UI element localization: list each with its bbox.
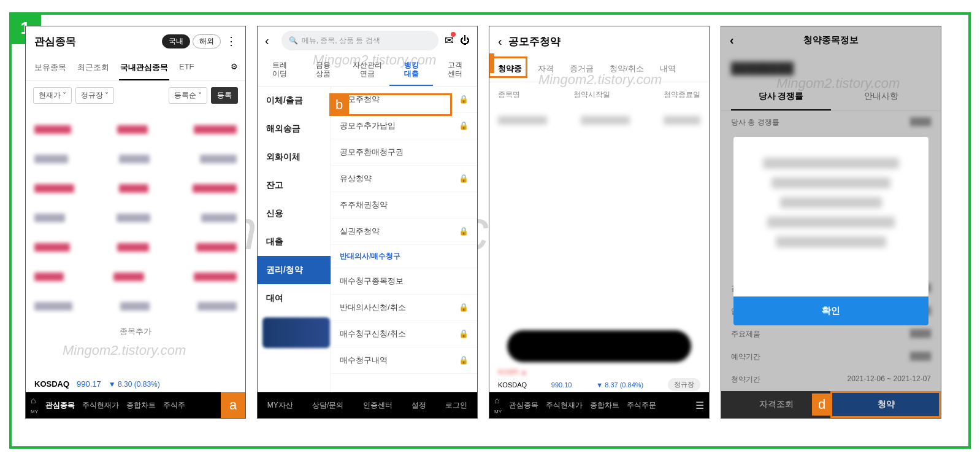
pill-overseas[interactable]: 해외 (193, 34, 221, 48)
cat-lending[interactable]: 대여 (258, 284, 331, 312)
pill-domestic[interactable]: 국내 (162, 34, 190, 48)
tab-cs[interactable]: 고객 센터 (433, 55, 477, 86)
filter-session[interactable]: 정규장 ˅ (75, 87, 114, 104)
col-start: 청약시작일 (573, 90, 610, 100)
tab-holdings[interactable]: 보유종목 (33, 56, 67, 80)
filter-price[interactable]: 현재가 ˅ (33, 87, 72, 104)
filter-icon[interactable]: ⚙ (231, 56, 238, 80)
filter-sort[interactable]: 등록순 ˅ (169, 87, 207, 104)
home-icon[interactable]: ⌂MY (494, 395, 502, 415)
phone-screen-4: ‹ 청약종목정보 ████████ Mingom2.tistory.com 당사… (721, 26, 941, 419)
lock-icon: 🔒 (459, 95, 469, 104)
cat-transfer[interactable]: 이체/출금 (258, 87, 331, 115)
lock-icon: 🔒 (459, 121, 469, 130)
tab-subscribe-cancel[interactable]: 청약/취소 (607, 56, 646, 82)
lock-icon: 🔒 (459, 303, 469, 312)
nav-chart[interactable]: 종합차트 (590, 400, 619, 411)
marker-d: d (812, 393, 832, 416)
logo-blur (262, 317, 330, 348)
tab-trading[interactable]: 트레 이딩 (258, 55, 302, 86)
col-end: 청약종료일 (664, 90, 700, 100)
lock-icon: 🔒 (459, 227, 469, 236)
col-name: 종목명 (498, 90, 520, 100)
marker-c-border (489, 56, 527, 78)
add-stock-button[interactable]: 종목추가 (34, 321, 237, 342)
search-placeholder: 메뉴, 종목, 상품 등 검색 (302, 36, 380, 46)
nav-watchlist[interactable]: 관심종목 (509, 400, 538, 411)
menu-icon[interactable]: ☰ (695, 400, 704, 411)
menu-ipo-additional[interactable]: 공모주추가납입🔒 (331, 113, 477, 139)
menu-forfeited[interactable]: 실권주청약🔒 (331, 219, 477, 245)
back-icon[interactable]: ‹ (498, 34, 502, 48)
nav-watchlist[interactable]: 관심종목 (45, 400, 75, 411)
home-icon[interactable]: ⌂MY (31, 395, 38, 415)
nav-chart[interactable]: 종합차트 (126, 400, 156, 411)
session-badge: 정규장 (668, 378, 700, 391)
ticker-price: 990.10 (551, 381, 572, 389)
confirm-button[interactable]: 확인 (733, 296, 928, 325)
ticker-change: ▼ 8.30 (0.83%) (109, 380, 160, 389)
modal-dialog: 확인 (733, 137, 928, 325)
menu-shareholder-bond[interactable]: 주주채권청약 (331, 192, 477, 219)
nav-consult[interactable]: 상담/문의 (312, 400, 343, 411)
tab-finance[interactable]: 금융 상품 (302, 55, 346, 86)
nav-settings[interactable]: 설정 (412, 400, 426, 411)
tab-history[interactable]: 내역 (657, 56, 678, 82)
marker-a: a (221, 392, 245, 418)
marker-c: c (489, 53, 494, 73)
ticker-symbol: KOSDAQ (498, 381, 527, 389)
cat-overseas[interactable]: 해외송금 (258, 115, 331, 143)
marker-b: b (329, 93, 349, 116)
menu-appraisal-info[interactable]: 매수청구종목정보 (331, 268, 477, 295)
nav-current[interactable]: 주식현재가 (82, 400, 119, 411)
nav-cert[interactable]: 인증센터 (363, 400, 392, 411)
tab-watchlist[interactable]: 국내관심종목 (119, 56, 169, 80)
lock-icon: 🔒 (459, 174, 469, 183)
nav-order[interactable]: 주식주문 (627, 400, 656, 411)
lock-icon: 🔒 (459, 329, 469, 338)
tab-recent[interactable]: 최근조회 (76, 56, 110, 80)
ticker-symbol: KOSDAQ (34, 379, 69, 389)
phone-screen-1: 관심종목 국내 해외 ⋮ 보유종목 최근조회 국내관심종목 ETF ⚙ 현재가 … (25, 26, 246, 419)
tab-deposit[interactable]: 증거금 (567, 56, 596, 82)
cat-rights[interactable]: 권리/청약 (258, 256, 331, 284)
marker-d-border (830, 391, 941, 418)
tab-asset[interactable]: 자산관리 연금 (345, 55, 389, 86)
menu-dissent-apply[interactable]: 반대의사신청/취소🔒 (331, 295, 477, 321)
page-title: 공모주청약 (508, 34, 561, 48)
more-icon[interactable]: ⋮ (226, 34, 237, 48)
back-icon[interactable]: ‹ (265, 34, 269, 48)
cat-fx[interactable]: 외화이체 (258, 143, 331, 171)
nav-order[interactable]: 주식주 (163, 400, 185, 411)
cat-balance[interactable]: 잔고 (258, 171, 331, 200)
cat-credit[interactable]: 신용 (258, 200, 331, 228)
watermark-small: Mingom2.tistory.com (63, 343, 186, 358)
menu-ipo-putback[interactable]: 공모주환매청구권 (331, 139, 477, 166)
search-icon: 🔍 (289, 36, 298, 45)
menu-appraisal-history[interactable]: 매수청구내역🔒 (331, 347, 477, 374)
cat-loan[interactable]: 대출 (258, 228, 331, 256)
phone-screen-2: ‹ 🔍 메뉴, 종목, 상품 등 검색 ✉ ⏻ Mingom2.tistory.… (257, 26, 478, 419)
tab-banking[interactable]: 뱅킹 대출 (389, 55, 434, 86)
ticker-change: ▼ 8.37 (0.84%) (596, 381, 643, 389)
power-icon[interactable]: ⏻ (460, 35, 470, 46)
phone-screen-3: ‹ 공모주청약 청약중 자격 증거금 청약/취소 내역 Mingom2.tist… (489, 26, 710, 419)
lock-icon: 🔒 (459, 355, 469, 365)
ticker-price: 990.17 (77, 379, 101, 389)
search-input[interactable]: 🔍 메뉴, 종목, 상품 등 검색 (281, 31, 438, 50)
menu-paid-subscribe[interactable]: 유상청약🔒 (331, 166, 477, 192)
menu-appraisal-apply[interactable]: 매수청구신청/취소🔒 (331, 321, 477, 347)
mail-icon[interactable]: ✉ (445, 34, 454, 47)
tab-etf[interactable]: ETF (178, 56, 196, 80)
register-button[interactable]: 등록 (211, 87, 238, 104)
page-title: 관심종목 (34, 34, 76, 48)
nav-current[interactable]: 주식현재가 (546, 400, 583, 411)
tab-qualification[interactable]: 자격 (535, 56, 556, 82)
nav-login[interactable]: 로그인 (445, 400, 467, 411)
sub-header-dissent: 반대의사/매수청구 (331, 245, 477, 268)
nav-myasset[interactable]: MY자산 (267, 400, 293, 411)
toast-blur (507, 330, 691, 362)
